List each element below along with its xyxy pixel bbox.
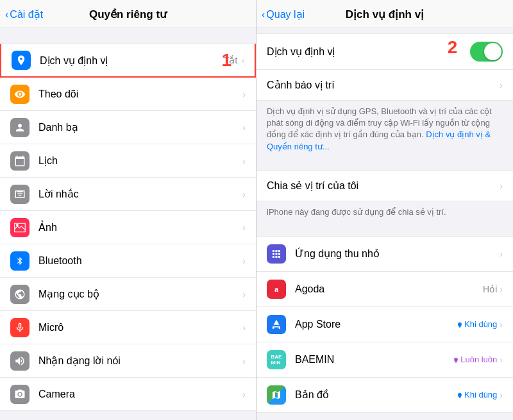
reminders-icon xyxy=(10,185,29,204)
location-services-row[interactable]: Dịch vụ định vị Tắt › 1 xyxy=(0,44,256,78)
apps-section: Ứng dụng thu nhỏ › a Agoda Hỏi › Ap xyxy=(256,236,513,413)
right-nav-title: Dịch vụ định vị xyxy=(346,8,424,21)
contacts-row[interactable]: Danh bạ › xyxy=(0,111,256,144)
baemin-label: BAEMIN xyxy=(295,354,453,365)
speech-label: Nhận dạng lời nói xyxy=(38,355,242,367)
microphone-chevron: › xyxy=(242,323,246,333)
reminders-label: Lời nhắc xyxy=(38,188,242,200)
reminders-row[interactable]: Lời nhắc › xyxy=(0,178,256,211)
share-location-section: Chia sẻ vị trí của tôi › xyxy=(256,171,513,201)
agoda-icon-text: a xyxy=(274,285,278,293)
bluetooth-icon xyxy=(10,251,29,271)
camera-chevron: › xyxy=(242,389,246,399)
baemin-chevron: › xyxy=(500,355,503,365)
location-icon xyxy=(12,51,31,70)
tracking-chevron: › xyxy=(242,89,246,99)
appstore-label: App Store xyxy=(295,319,457,330)
tracking-label: Theo dõi xyxy=(38,88,242,100)
photos-icon xyxy=(10,218,29,237)
appstore-value: Khi dùng xyxy=(457,319,497,329)
location-services-label: Dịch vụ định vị xyxy=(40,55,223,67)
calendar-icon xyxy=(10,151,29,171)
calendar-row[interactable]: Lịch › xyxy=(0,144,256,178)
camera-label: Camera xyxy=(38,389,242,400)
share-chevron: › xyxy=(500,181,503,191)
svg-point-0 xyxy=(16,224,19,226)
right-back-button[interactable]: ‹ Quay lại xyxy=(262,8,305,21)
agoda-row[interactable]: a Agoda Hỏi › xyxy=(256,272,513,307)
annotation-1: 1 xyxy=(221,50,231,71)
left-settings-list: Dịch vụ định vị Tắt › 1 Theo dõi › xyxy=(0,28,256,420)
main-toggle-section: Dịch vụ định vị 2 Cảnh báo vị trí › xyxy=(256,33,513,101)
appstore-icon xyxy=(267,315,286,334)
calendar-chevron: › xyxy=(242,156,246,166)
agoda-icon: a xyxy=(267,280,286,299)
microphone-label: Micrô xyxy=(38,322,242,333)
tracking-row[interactable]: Theo dõi › xyxy=(0,78,256,111)
local-network-icon xyxy=(10,285,29,304)
baemin-value: Luôn luôn xyxy=(453,355,497,364)
toggle-track[interactable] xyxy=(470,42,503,62)
svg-point-1 xyxy=(19,392,22,396)
maps-row[interactable]: Bản đồ Khi dùng › xyxy=(256,378,513,413)
share-location-row[interactable]: Chia sẻ vị trí của tôi › xyxy=(256,171,513,201)
annotation-2: 2 xyxy=(448,37,458,58)
privacy-section: Dịch vụ định vị Tắt › 1 Theo dõi › xyxy=(0,44,256,411)
local-network-row[interactable]: Mạng cục bộ › xyxy=(0,278,256,311)
agoda-chevron: › xyxy=(500,284,503,294)
left-nav-bar: ‹ Cài đặt Quyền riêng tư xyxy=(0,0,256,28)
maps-chevron: › xyxy=(500,390,503,400)
apps-header-row[interactable]: Ứng dụng thu nhỏ › xyxy=(256,236,513,272)
local-network-label: Mạng cục bộ xyxy=(38,288,242,300)
agoda-value: Hỏi xyxy=(483,284,497,294)
apps-header-label: Ứng dụng thu nhỏ xyxy=(295,248,500,260)
tracking-icon xyxy=(10,85,29,104)
section-gap-1 xyxy=(256,160,513,171)
toggle-knob xyxy=(484,43,501,60)
warning-chevron: › xyxy=(500,80,503,90)
apps-header-icon xyxy=(267,244,286,264)
contacts-icon xyxy=(10,118,29,137)
share-location-description: iPhone này đang được sử dụng để chia sẻ … xyxy=(256,201,513,226)
contacts-label: Danh bạ xyxy=(38,121,242,133)
microphone-icon xyxy=(10,318,29,337)
location-warning-row[interactable]: Cảnh báo vị trí › xyxy=(256,70,513,101)
left-back-button[interactable]: ‹ Cài đặt xyxy=(5,8,43,21)
maps-value: Khi dùng xyxy=(457,390,497,399)
apps-header-chevron: › xyxy=(500,249,503,259)
photos-chevron: › xyxy=(242,223,246,233)
chevron-left-icon: ‹ xyxy=(5,9,8,21)
speech-chevron: › xyxy=(242,356,246,366)
photos-label: Ảnh xyxy=(38,221,242,233)
reminders-chevron: › xyxy=(242,189,246,199)
right-nav-bar: ‹ Quay lại Dịch vụ định vị xyxy=(256,0,513,28)
baemin-icon: BAEMIN xyxy=(267,350,286,369)
chevron-left-icon: ‹ xyxy=(262,9,265,21)
local-network-chevron: › xyxy=(242,289,246,299)
bluetooth-label: Bluetooth xyxy=(38,255,242,267)
bluetooth-row[interactable]: Bluetooth › xyxy=(0,244,256,278)
left-back-label: Cài đặt xyxy=(10,8,43,21)
appstore-row[interactable]: App Store Khi dùng › xyxy=(256,307,513,342)
speech-icon xyxy=(10,351,29,371)
speech-row[interactable]: Nhận dạng lời nói › xyxy=(0,344,256,378)
appstore-chevron: › xyxy=(500,319,503,330)
bluetooth-chevron: › xyxy=(242,256,246,266)
location-toggle-row[interactable]: Dịch vụ định vị 2 xyxy=(256,33,513,70)
calendar-label: Lịch xyxy=(38,155,242,167)
baemin-row[interactable]: BAEMIN BAEMIN Luôn luôn › xyxy=(256,342,513,378)
section-gap-2 xyxy=(256,226,513,236)
microphone-row[interactable]: Micrô › xyxy=(0,311,256,344)
location-chevron-icon: › xyxy=(241,55,244,65)
right-content: Dịch vụ định vị 2 Cảnh báo vị trí › Dịch… xyxy=(256,28,513,420)
camera-icon xyxy=(10,385,29,404)
camera-row[interactable]: Camera › xyxy=(0,378,256,411)
location-toggle[interactable] xyxy=(470,42,503,62)
location-toggle-label: Dịch vụ định vị xyxy=(267,46,452,58)
location-description: Dịch vụ định vị sử dụng GPS, Bluetooth v… xyxy=(256,101,513,160)
photos-row[interactable]: Ảnh › xyxy=(0,211,256,244)
right-back-label: Quay lại xyxy=(266,8,305,21)
contacts-chevron: › xyxy=(242,122,246,133)
share-location-label: Chia sẻ vị trí của tôi xyxy=(267,180,500,192)
maps-label: Bản đồ xyxy=(295,389,457,401)
